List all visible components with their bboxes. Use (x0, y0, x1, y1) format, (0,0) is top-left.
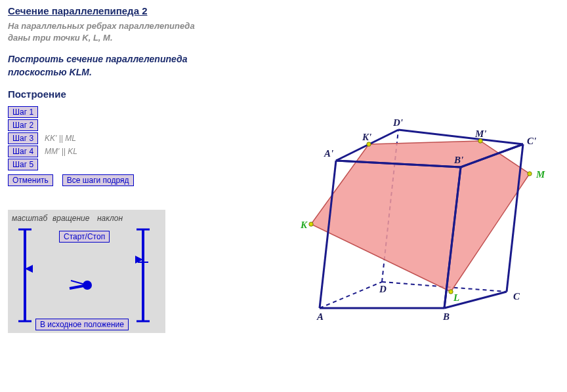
page-title: Сечение параллелепипеда 2 (8, 5, 559, 16)
label-M': M' (474, 128, 487, 139)
label-B: B (442, 311, 450, 322)
label-L: L (453, 292, 459, 303)
label-K: K (300, 220, 308, 230)
control-panel: масштаб вращение наклон (8, 210, 165, 333)
task-statement: Построить сечение параллелепипеда плоско… (8, 53, 559, 79)
label-A': A' (324, 148, 333, 159)
label-A: A (316, 311, 324, 322)
point-M[interactable] (528, 171, 532, 175)
svg-point-7 (83, 281, 92, 290)
step-5-button[interactable]: Шаг 5 (8, 159, 38, 170)
label-C: C (513, 291, 520, 302)
rotation-label: вращение (52, 214, 96, 223)
edge-A-D (320, 282, 382, 308)
step-3-note: KK' || ML (45, 134, 76, 143)
task-line1: Построить сечение параллелепипеда (8, 54, 187, 64)
point-K[interactable] (309, 222, 313, 225)
subtitle-line1: На параллельных ребрах параллелепипеда (8, 21, 195, 31)
parallelepiped-figure[interactable]: ABCDA'B'C'D'KLMK'M' (284, 105, 559, 347)
label-C': C' (527, 136, 536, 146)
problem-statement: На параллельных ребрах параллелепипеда д… (8, 20, 559, 44)
rotation-dial[interactable] (70, 281, 92, 290)
step-2-button[interactable]: Шаг 2 (8, 119, 38, 131)
scale-label: масштаб (12, 214, 51, 223)
label-M: M (536, 169, 545, 180)
label-D': D' (392, 117, 403, 128)
label-B': B' (453, 155, 463, 165)
task-line2: плоскостью KLM. (8, 67, 92, 77)
reset-position-button[interactable]: В исходное положение (35, 319, 129, 330)
step-3-button[interactable]: Шаг 3 (8, 132, 38, 144)
cross-section (311, 141, 530, 292)
step-4-button[interactable]: Шаг 4 (8, 146, 38, 157)
label-D: D (379, 284, 387, 294)
construction-header: Построение (8, 88, 559, 100)
cancel-button[interactable]: Отменить (8, 174, 53, 186)
label-K': K' (362, 132, 371, 142)
step-4-note: MM' || KL (45, 147, 77, 156)
point-L[interactable] (449, 289, 453, 293)
point-M'[interactable] (478, 138, 482, 142)
step-1-button[interactable]: Шаг 1 (8, 106, 38, 118)
tilt-label: наклон (97, 214, 123, 223)
subtitle-line2: даны три точки K, L, M. (8, 33, 113, 43)
start-stop-button[interactable]: Старт/Стоп (59, 231, 110, 243)
all-steps-button[interactable]: Все шаги подряд (62, 174, 134, 186)
point-K'[interactable] (367, 142, 371, 146)
